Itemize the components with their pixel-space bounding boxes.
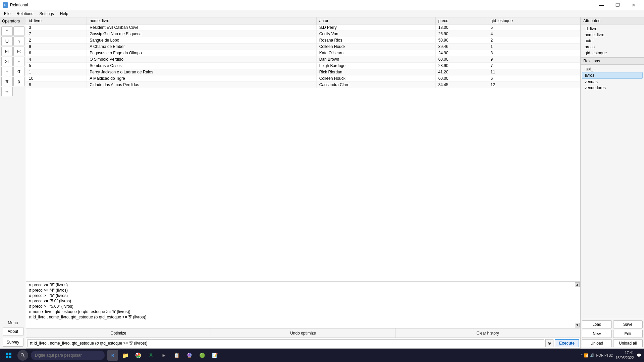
taskbar-left: R 📁 X ⊞ 📋 🔮 🟢 📝 <box>3 349 220 361</box>
op-pi[interactable]: π <box>1 77 13 86</box>
bottom-toolbar: Optimize Undo optimize Clear history <box>26 328 580 338</box>
operators-bottom: Menu About Survey <box>0 318 26 349</box>
about-button[interactable]: About <box>3 327 23 336</box>
results-table: id_livro nome_livro autor preco qtd_esto… <box>26 17 580 88</box>
attribute-item: id_livro <box>583 26 641 32</box>
menu-help[interactable]: Help <box>57 11 71 17</box>
clock-time: 17:41 <box>615 350 634 355</box>
tray-network[interactable]: 📶 <box>584 353 589 358</box>
taskbar-app-chrome[interactable] <box>133 350 144 361</box>
taskbar-app-other2[interactable]: 🔮 <box>184 350 195 361</box>
menu-relations[interactable]: Relations <box>14 11 36 17</box>
svg-point-0 <box>21 354 24 356</box>
svg-line-1 <box>23 356 25 358</box>
history-item[interactable]: σ preco >= "5" (livros) <box>28 293 579 298</box>
taskbar-search-input[interactable] <box>31 351 105 360</box>
op-semijoin-left[interactable]: ⋉ <box>13 47 25 56</box>
op-intersect[interactable]: ∩ <box>13 37 25 46</box>
search-icon <box>20 353 25 358</box>
clear-history-button[interactable]: Clear history <box>395 328 580 338</box>
menu-settings[interactable]: Settings <box>37 11 56 17</box>
tray-arrow[interactable]: ^ <box>581 353 583 357</box>
maximize-button[interactable]: ❐ <box>610 0 625 10</box>
tray-volume[interactable]: 🔊 <box>590 353 595 358</box>
taskbar-app-files[interactable]: 📁 <box>120 350 131 361</box>
close-button[interactable]: ✕ <box>626 0 641 10</box>
taskbar-app-excel[interactable]: X <box>146 350 156 361</box>
op-divide2[interactable]: ÷ <box>1 67 13 76</box>
op-star[interactable]: * <box>1 26 13 36</box>
start-button[interactable] <box>3 349 15 361</box>
unload-all-button[interactable]: Unload all <box>613 339 643 347</box>
clock-date: 15/05/2022 <box>615 355 634 360</box>
op-divide[interactable]: ÷ <box>13 26 25 36</box>
col-nome-livro: nome_livro <box>87 17 317 24</box>
table-row[interactable]: 6Pegasus e o Fogo do OlimpoKate O'Hearn2… <box>26 50 580 56</box>
op-arrow[interactable]: → <box>1 87 13 96</box>
new-button[interactable]: New <box>582 330 612 338</box>
history-item[interactable]: π nome_livro, qtd_estoque (σ qtd_estoque… <box>28 309 579 314</box>
op-leftjoin[interactable]: ⟕ <box>13 57 25 66</box>
history-item[interactable]: σ preco >= "5.00" (livros) <box>28 304 579 309</box>
table-row[interactable]: 8Cidade das Almas PerdidasCassandra Clar… <box>26 82 580 88</box>
undo-optimize-button[interactable]: Undo optimize <box>211 328 396 338</box>
relation-item[interactable]: last_ <box>582 66 643 72</box>
optimize-button[interactable]: Optimize <box>26 328 211 338</box>
op-semijoin-right[interactable]: ⋊ <box>1 57 13 66</box>
col-qtd-estoque: qtd_estoque <box>488 17 580 24</box>
op-union[interactable]: U <box>1 37 13 46</box>
unload-button[interactable]: Unload <box>582 339 612 347</box>
op-sigma[interactable]: σ <box>13 67 25 76</box>
history-item[interactable]: σ preco >= "6" (livros) <box>28 282 579 288</box>
relation-item[interactable]: vendas <box>582 79 643 85</box>
minimize-button[interactable]: — <box>594 0 609 10</box>
search-taskbar-icon[interactable] <box>17 350 28 361</box>
col-preco: preco <box>435 17 488 24</box>
edit-button[interactable]: Edit <box>613 330 643 338</box>
query-input[interactable] <box>28 339 544 347</box>
table-row[interactable]: 2Sangue de LoboRosana Rios50.902 <box>26 37 580 44</box>
taskbar: R 📁 X ⊞ 📋 🔮 🟢 📝 <box>0 349 644 362</box>
relation-item[interactable]: livros <box>582 72 643 79</box>
table-row[interactable]: 5Sombras e OssosLeigh Bardugo28.907 <box>26 63 580 69</box>
menu-file[interactable]: File <box>1 11 13 17</box>
attributes-list: id_livronome_livroautorprecoqtd_estoque <box>581 24 644 57</box>
attribute-item: nome_livro <box>583 32 641 38</box>
notification-button[interactable]: 💬 <box>637 353 641 358</box>
op-join[interactable]: ⋈ <box>1 47 13 56</box>
table-row[interactable]: 9A Chama de EmberColleen Houck39.461 <box>26 44 580 50</box>
table-row[interactable]: 10A Maldicao do TigreColleen Houck60.006 <box>26 75 580 82</box>
taskbar-app-icons: R 📁 X ⊞ 📋 🔮 🟢 📝 <box>107 350 220 361</box>
taskbar-app-relational[interactable]: R <box>107 350 118 361</box>
clock[interactable]: 17:41 15/05/2022 <box>615 350 634 361</box>
taskbar-app-other1[interactable]: 📋 <box>171 350 182 361</box>
history-scroll-down[interactable]: ▼ <box>575 323 580 327</box>
app-icon: R <box>3 2 8 8</box>
survey-button[interactable]: Survey <box>3 338 23 347</box>
relation-item[interactable]: vendedores <box>582 85 643 91</box>
operators-panel: Operators * ÷ U ∩ ⋈ ⋉ ⋊ ⟕ ÷ σ π ρ → Menu… <box>0 17 26 349</box>
results-area[interactable]: id_livro nome_livro autor preco qtd_esto… <box>26 17 580 282</box>
history-item[interactable]: σ preco >= "4" (livros) <box>28 288 579 293</box>
op-rho[interactable]: ρ <box>13 77 25 86</box>
main-layout: Operators * ÷ U ∩ ⋈ ⋉ ⋊ ⟕ ÷ σ π ρ → Menu… <box>0 17 644 349</box>
load-button[interactable]: Load <box>582 320 612 328</box>
taskbar-app-other3[interactable]: 🟢 <box>197 350 207 361</box>
table-row[interactable]: 1Percy Jackson e o Ladrao de RaiosRick R… <box>26 69 580 75</box>
taskbar-app-other4[interactable]: 📝 <box>209 350 220 361</box>
table-row[interactable]: 4O Simbolo PerdidoDan Brown60.009 <box>26 56 580 63</box>
history-item[interactable]: π id_livro , nome_livro, qtd_estoque (σ … <box>28 314 579 320</box>
taskbar-right: ^ 📶 🔊 POR PTB2 17:41 15/05/2022 💬 <box>581 350 641 361</box>
history-panel[interactable]: ▲▼σ preco >= "6" (livros)σ preco >= "4" … <box>26 282 580 328</box>
window-controls: — ❐ ✕ <box>594 0 641 10</box>
relations-list: last_livrosvendasvendedores <box>581 65 644 319</box>
history-scroll-up[interactable]: ▲ <box>575 282 580 287</box>
table-row[interactable]: 3Resident Evil Caliban CoveS.D Perry18.0… <box>26 24 580 31</box>
history-item[interactable]: σ preco >= "5.0" (livros) <box>28 298 579 304</box>
table-row[interactable]: 7Gossip Girl Nao me EsquecaCecily Von26.… <box>26 31 580 37</box>
clear-input-button[interactable]: ⊗ <box>545 339 553 347</box>
window-title: Relational <box>10 3 28 7</box>
save-button[interactable]: Save <box>613 320 643 328</box>
execute-button[interactable]: Execute <box>555 339 579 347</box>
taskbar-app-windows[interactable]: ⊞ <box>158 350 169 361</box>
